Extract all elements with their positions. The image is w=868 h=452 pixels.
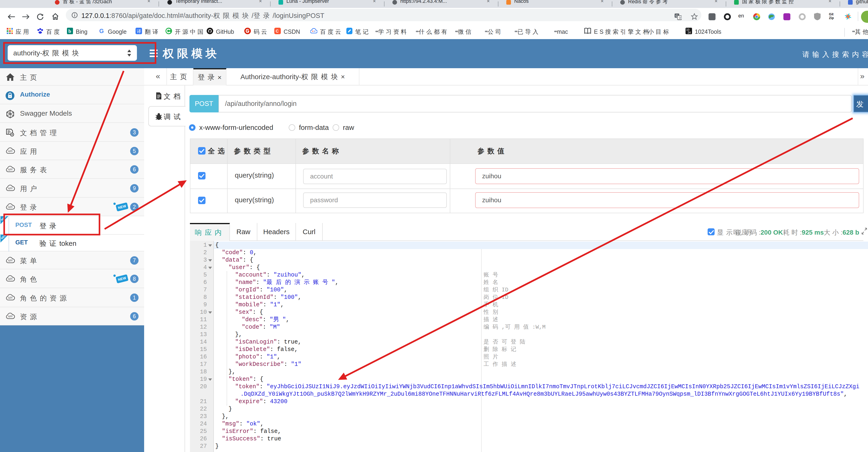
svg-text:API: API: [8, 315, 12, 318]
svg-text:API: API: [8, 277, 12, 281]
svg-text:API: API: [8, 150, 12, 153]
svg-text:API: API: [8, 296, 12, 300]
svg-text:b: b: [68, 28, 71, 34]
svg-text:A: A: [9, 111, 11, 114]
svg-text:C: C: [276, 29, 279, 33]
svg-text:24: 24: [688, 31, 691, 34]
svg-text:译: 译: [137, 29, 141, 34]
svg-text:文: 文: [678, 16, 682, 20]
svg-text:API: API: [8, 187, 12, 190]
svg-text:API: API: [8, 259, 12, 262]
svg-text:API: API: [8, 168, 12, 171]
svg-text:API: API: [8, 205, 12, 209]
svg-text:G: G: [99, 28, 104, 34]
